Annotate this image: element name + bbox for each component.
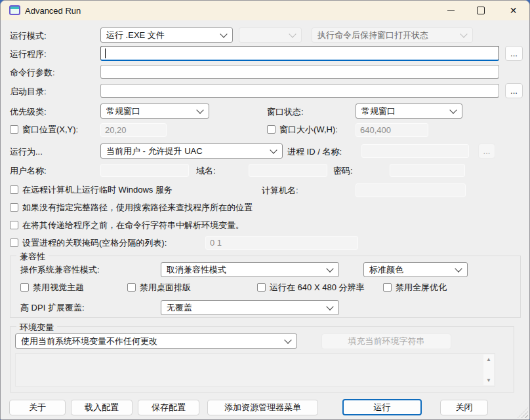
domain-input — [249, 164, 327, 177]
start-dir-browse-button[interactable]: ... — [505, 83, 523, 98]
disable-fullscreen-opt-label: 禁用全屏优化 — [396, 282, 447, 293]
chevron-down-icon — [455, 265, 462, 272]
run-as-select[interactable]: 当前用户 - 允许提升 UAC — [100, 143, 283, 159]
add-explorer-menu-button[interactable]: 添加资源管理器菜单 — [207, 400, 318, 415]
domain-label: 域名: — [196, 166, 216, 176]
password-label: 密码: — [333, 166, 353, 176]
program-label: 运行程序: — [10, 49, 47, 60]
affinity-label: 设置进程的关联掩码(空格分隔的列表): — [22, 238, 167, 248]
run-mode-extra-select — [239, 28, 302, 43]
cmdline-label: 命令行参数: — [10, 67, 55, 78]
chevron-down-icon — [270, 146, 277, 153]
save-config-button[interactable]: 保存配置 — [138, 400, 199, 415]
password-input — [390, 164, 465, 177]
start-dir-label: 启动目录: — [10, 86, 47, 97]
maximize-button[interactable] — [466, 1, 496, 20]
disable-desktop-composition-label: 禁用桌面排版 — [140, 282, 191, 293]
keep-window-select: 执行命令后保持窗口打开状态 — [312, 28, 473, 43]
dpi-override-select[interactable]: 无覆盖 — [161, 300, 339, 315]
window-pos-checkbox[interactable] — [10, 125, 18, 134]
load-config-button[interactable]: 载入配置 — [71, 400, 132, 415]
disable-desktop-composition-checkbox[interactable] — [127, 283, 136, 292]
affinity-input — [205, 236, 358, 250]
color-mode-value: 标准颜色 — [369, 264, 403, 276]
username-input — [100, 164, 189, 177]
run-640x480-checkbox[interactable] — [257, 283, 266, 292]
run-button[interactable]: 运行 — [342, 399, 422, 415]
chevron-down-icon — [326, 303, 333, 310]
resize-grip[interactable] — [518, 408, 528, 418]
chevron-down-icon — [289, 30, 296, 37]
env-mode-value: 使用当前系统环境变量不作任何更改 — [21, 335, 157, 347]
window-state-label: 窗口状态: — [267, 107, 304, 117]
os-compat-label: 操作系统兼容性模式: — [20, 265, 100, 275]
compatibility-legend: 兼容性 — [16, 251, 49, 263]
disable-visual-themes-label: 禁用视觉主题 — [33, 282, 84, 293]
username-label: 用户名称: — [10, 166, 47, 176]
run-as-label: 运行为... — [10, 147, 43, 157]
chevron-down-icon — [196, 106, 203, 113]
resolve-env-checkbox[interactable] — [10, 221, 18, 229]
run-mode-value: 运行 .EXE 文件 — [106, 29, 165, 41]
window-size-label: 窗口大小(W,H): — [279, 124, 338, 135]
run-as-value: 当前用户 - 允许提升 UAC — [106, 145, 203, 157]
chevron-down-icon — [460, 30, 467, 37]
program-input[interactable] — [100, 46, 499, 61]
computer-name-label: 计算机名: — [262, 185, 298, 196]
process-id-browse-button: ... — [478, 143, 495, 159]
chevron-down-icon — [326, 265, 333, 272]
computer-name-input — [356, 183, 466, 197]
affinity-checkbox[interactable] — [10, 239, 18, 247]
text-caret — [105, 48, 106, 58]
close-icon: ✕ — [510, 5, 518, 16]
run-mode-label: 运行模式: — [10, 31, 47, 41]
window-title: Advanced Run — [25, 6, 81, 16]
env-mode-select[interactable]: 使用当前系统环境变量不作任何更改 — [15, 334, 297, 349]
fill-env-button: 填充当前环境字符串 — [321, 334, 451, 349]
priority-value: 常规窗口 — [106, 105, 140, 117]
priority-label: 优先级类: — [10, 107, 47, 117]
window-pos-input — [100, 123, 167, 137]
minimize-icon — [447, 10, 455, 11]
color-mode-select[interactable]: 标准颜色 — [363, 262, 468, 277]
disable-visual-themes-checkbox[interactable] — [20, 283, 29, 292]
cmdline-input[interactable] — [100, 65, 499, 79]
app-icon — [9, 5, 20, 15]
run-640x480-label: 运行在 640 X 480 分辨率 — [270, 282, 365, 293]
use-search-path-label: 如果没有指定完整路径，使用搜索路径来查找程序所在的位置 — [22, 202, 253, 213]
remote-service-checkbox[interactable] — [10, 185, 18, 194]
env-scrollbar[interactable]: ▲ ▼ — [483, 354, 494, 385]
priority-select[interactable]: 常规窗口 — [100, 104, 209, 119]
env-text-area: ▲ ▼ — [15, 353, 495, 387]
minimize-button[interactable] — [436, 1, 466, 20]
remote-service-label: 在远程计算机上运行临时 Windows 服务 — [22, 185, 173, 195]
start-dir-input[interactable] — [100, 84, 499, 98]
chevron-down-icon — [284, 336, 291, 343]
os-compat-value: 取消兼容性模式 — [167, 264, 226, 276]
advanced-run-window: Advanced Run ✕ 运行模式: 运行 .EXE 文件 执行命令后保持窗… — [0, 0, 530, 420]
window-state-select[interactable]: 常规窗口 — [356, 104, 462, 119]
window-pos-label: 窗口位置(X,Y): — [22, 124, 78, 135]
dpi-override-label: 高 DPI 扩展覆盖: — [20, 303, 85, 313]
process-id-label: 进程 ID / 名称: — [287, 147, 342, 157]
scroll-up-icon[interactable]: ▲ — [486, 354, 491, 364]
close-button[interactable]: ✕ — [497, 1, 529, 20]
window-state-value: 常规窗口 — [361, 105, 396, 117]
close-dialog-button[interactable]: 关闭 — [440, 400, 488, 415]
run-mode-select[interactable]: 运行 .EXE 文件 — [100, 28, 233, 43]
program-browse-button[interactable]: ... — [505, 46, 523, 61]
os-compat-select[interactable]: 取消兼容性模式 — [161, 262, 339, 277]
resolve-env-label: 在将其传递给程序之前，在命令行字符串中解析环境变量。 — [22, 220, 244, 231]
scroll-down-icon[interactable]: ▼ — [486, 375, 491, 385]
chevron-down-icon — [220, 30, 227, 37]
title-bar: Advanced Run ✕ — [1, 1, 529, 20]
maximize-icon — [477, 7, 485, 14]
window-size-checkbox[interactable] — [267, 125, 275, 134]
disable-fullscreen-opt-checkbox[interactable] — [383, 283, 392, 292]
keep-window-value: 执行命令后保持窗口打开状态 — [317, 29, 428, 41]
use-search-path-checkbox[interactable] — [10, 203, 18, 212]
about-button[interactable]: 关于 — [9, 400, 66, 415]
process-id-input — [361, 144, 469, 158]
environment-legend: 环境变量 — [16, 322, 57, 334]
window-size-input — [356, 123, 428, 137]
